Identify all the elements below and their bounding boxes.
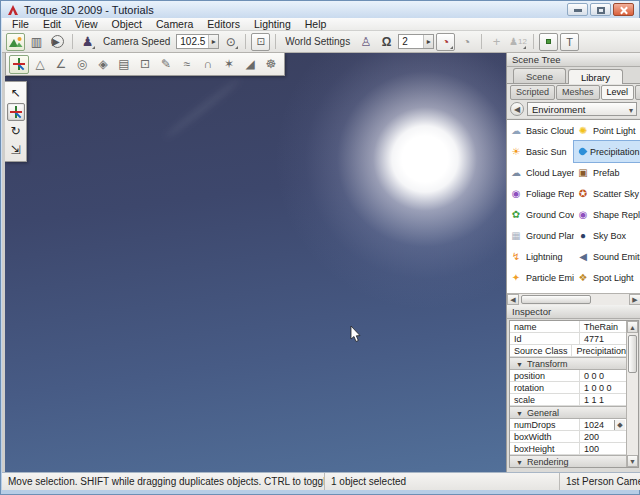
layout-button[interactable]: ▥ <box>27 33 46 51</box>
hscroll-thumb[interactable] <box>521 295 591 304</box>
library-hscrollbar[interactable]: ◀ ▶ <box>507 293 640 305</box>
time-of-day-button[interactable]: ◔ <box>436 33 455 51</box>
select-tool-icon: ↖ <box>10 86 20 100</box>
menu-item-editors[interactable]: Editors <box>200 18 247 31</box>
library-item-spot-light[interactable]: ❖Spot Light <box>574 267 640 288</box>
vscroll-thumb[interactable] <box>628 335 637 373</box>
inspector-section-general[interactable]: ▼General <box>510 406 626 419</box>
field-label: position <box>510 370 580 381</box>
menu-item-file[interactable]: File <box>5 18 36 31</box>
library-item-sky-box[interactable]: ●Sky Box <box>574 225 640 246</box>
camera-type-button[interactable]: ♟ <box>78 33 97 51</box>
library-item-shape-replicator[interactable]: ◉Shape Replicator <box>574 204 640 225</box>
close-button[interactable] <box>613 3 634 16</box>
subtab-scripted[interactable]: Scripted <box>510 85 555 100</box>
viewport-3d[interactable]: △∠◎◈▤⊡✎≈∩✶◢☸ ↖↻⇲ <box>5 53 506 472</box>
library-item-ground-cover[interactable]: ✿Ground Cover <box>507 204 574 225</box>
object-snap-button[interactable] <box>539 33 558 51</box>
decal-editor-button[interactable]: ⊡ <box>135 55 155 74</box>
scroll-up-icon[interactable]: ▲ <box>627 321 638 333</box>
terrain-smooth-tool-button[interactable]: ∠ <box>51 55 71 74</box>
player-count-button[interactable]: ♟ 12 <box>508 33 528 51</box>
tab-scene[interactable]: Scene <box>513 68 566 83</box>
move-tool-button[interactable] <box>7 103 25 121</box>
terrain-editor-button[interactable]: △ <box>30 55 50 74</box>
hscroll-track[interactable] <box>519 294 629 305</box>
library-item-point-light[interactable]: ✺Point Light <box>574 120 640 141</box>
scale-tool-icon: ⇲ <box>10 143 20 157</box>
scroll-right-icon[interactable]: ▶ <box>629 294 640 305</box>
subtab-prefabs[interactable]: Prefabs <box>635 85 640 100</box>
category-dropdown[interactable]: Environment ▾ <box>527 102 637 116</box>
material-editor-button[interactable]: ◎ <box>72 55 92 74</box>
minimize-button[interactable] <box>567 3 588 16</box>
field-label: boxHeight <box>510 443 580 454</box>
object-editor-button[interactable] <box>9 55 29 74</box>
screenshot-button[interactable]: ⊡ <box>251 33 270 51</box>
field-value[interactable]: TheRain <box>580 321 626 332</box>
terrain-snap-button[interactable]: T <box>560 33 579 51</box>
camera-speed-expand-icon[interactable]: ▸ <box>208 35 218 48</box>
field-value[interactable]: 100 <box>580 443 626 454</box>
time-pause-button[interactable]: ◔ <box>457 33 476 51</box>
add-player-button[interactable]: + <box>487 33 506 51</box>
field-value[interactable]: 1 0 0 0 <box>580 382 626 393</box>
world-settings-label[interactable]: World Settings <box>285 36 350 47</box>
snap-toggle-button[interactable]: Ω <box>377 33 396 51</box>
scroll-left-icon[interactable]: ◀ <box>507 294 519 305</box>
field-value[interactable]: 4771 <box>580 333 626 344</box>
visibility-button[interactable]: ⊙ <box>221 33 240 51</box>
subtab-meshes[interactable]: Meshes <box>556 85 600 100</box>
inspector-section-transform[interactable]: ▼Transform <box>510 357 626 370</box>
drop-location-button[interactable]: ♙ <box>356 33 375 51</box>
snap-size-spinner[interactable]: 2 ▸ <box>398 34 434 49</box>
menu-item-edit[interactable]: Edit <box>36 18 68 31</box>
inspector-vscrollbar[interactable]: ▲ ▼ <box>626 321 638 467</box>
field-value[interactable]: 200 <box>580 431 626 442</box>
library-item-foliage-replicator[interactable]: ◉Foliage Replicator <box>507 183 574 204</box>
library-item-basic-sun[interactable]: ☀Basic Sun <box>507 141 574 162</box>
library-item-precipitation[interactable]: Precipitation <box>574 141 640 162</box>
play-game-button[interactable]: ▶ <box>48 33 67 51</box>
subtab-level[interactable]: Level <box>601 85 635 100</box>
inspector-section-rendering[interactable]: ▼Rendering <box>510 455 626 467</box>
menu-item-help[interactable]: Help <box>298 18 334 31</box>
slider-handle-icon[interactable]: ◆ <box>614 420 625 430</box>
library-item-sound-emitter[interactable]: ◀Sound Emitter <box>574 246 640 267</box>
field-value[interactable]: 0 0 0 <box>580 370 626 381</box>
camera-speed-spinner[interactable]: 102.5 ▸ <box>176 34 219 49</box>
navigation-editor-button[interactable]: ☸ <box>261 55 281 74</box>
library-item-scatter-sky[interactable]: ✪Scatter Sky <box>574 183 640 204</box>
tab-library[interactable]: Library <box>568 69 623 84</box>
vscroll-track[interactable] <box>627 333 638 455</box>
shape-editor-button[interactable]: ◈ <box>93 55 113 74</box>
field-value[interactable]: 1024◆ <box>580 419 626 430</box>
snap-size-expand-icon[interactable]: ▸ <box>423 35 433 48</box>
scale-tool-button[interactable]: ⇲ <box>7 141 25 159</box>
terrain-painter-button[interactable]: ▤ <box>114 55 134 74</box>
library-item-ground-plane[interactable]: ▦Ground Plane <box>507 225 574 246</box>
library-item-basic-clouds[interactable]: ☁Basic Clouds <box>507 120 574 141</box>
back-button[interactable]: ◀ <box>510 102 524 116</box>
river-editor-button[interactable]: ≈ <box>177 55 197 74</box>
field-value[interactable]: Precipitation <box>572 345 626 356</box>
scroll-down-icon[interactable]: ▼ <box>627 455 638 467</box>
sky-box-icon: ● <box>577 230 589 242</box>
select-tool-button[interactable]: ↖ <box>7 84 25 102</box>
rotate-tool-button[interactable]: ↻ <box>7 122 25 140</box>
field-value[interactable]: 1 1 1 <box>580 394 626 405</box>
menu-item-view[interactable]: View <box>68 18 105 31</box>
menu-item-object[interactable]: Object <box>105 18 149 31</box>
maximize-button[interactable] <box>590 3 611 16</box>
menu-item-lighting[interactable]: Lighting <box>247 18 298 31</box>
mesh-road-editor-button[interactable]: ◢ <box>240 55 260 74</box>
library-item-prefab[interactable]: ▣Prefab <box>574 162 640 183</box>
library-item-lightning[interactable]: ↯Lightning <box>507 246 574 267</box>
sketch-tool-button[interactable]: ✎ <box>156 55 176 74</box>
world-editor-button[interactable] <box>6 33 25 51</box>
forest-editor-button[interactable]: ✶ <box>219 55 239 74</box>
menu-item-camera[interactable]: Camera <box>149 18 200 31</box>
library-item-particle-emitter[interactable]: ✦Particle Emitter <box>507 267 574 288</box>
library-item-cloud-layer[interactable]: ☁Cloud Layer <box>507 162 574 183</box>
road-editor-button[interactable]: ∩ <box>198 55 218 74</box>
